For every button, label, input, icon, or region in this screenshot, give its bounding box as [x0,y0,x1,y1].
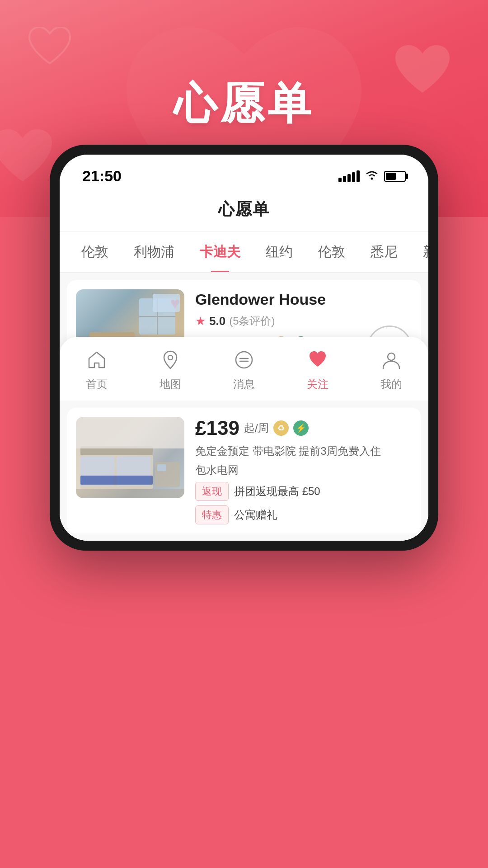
special-badge-3: 特惠 [195,505,229,524]
price-row-3: £139 起/周 ♻ ⚡ [195,417,412,439]
listing-info-3: £139 起/周 ♻ ⚡ 免定金预定 带电影院 提前3周免费入住 包水电网 返现… [195,417,412,524]
flash-icon-3: ⚡ [293,420,309,436]
nav-item-home[interactable]: 首页 [86,349,108,392]
eco-icon-3: ♻ [273,420,289,436]
svg-point-0 [371,177,373,179]
person-icon [381,349,402,373]
heart-button-1[interactable]: ♥ [170,294,180,313]
rating-score-1: 5.0 [209,314,225,328]
heart-decoration-top-right [393,45,452,101]
nav-label-favorites: 关注 [307,377,328,392]
signal-bar-1 [338,178,342,182]
nav-item-messages[interactable]: 消息 [233,349,255,392]
phone-screen: 21:50 [60,155,428,541]
app-title: 心愿单 [60,198,428,221]
battery-fill [386,173,396,180]
nav-label-profile: 我的 [380,377,402,392]
cashback-badge-3: 返现 [195,482,229,501]
nav-label-map: 地图 [160,377,181,392]
signal-bar-2 [343,176,346,182]
svg-point-26 [168,355,173,360]
listing-card-3[interactable]: £139 起/周 ♻ ⚡ 免定金预定 带电影院 提前3周免费入住 包水电网 返现… [67,408,421,533]
signal-bars-icon [338,170,360,182]
message-icon [234,349,254,373]
nav-item-profile[interactable]: 我的 [380,349,402,392]
amenities-3a: 免定金预定 带电影院 提前3周免费入住 [195,444,412,458]
signal-bar-5 [357,170,360,182]
wifi-icon [365,169,379,184]
signal-bar-4 [352,172,355,182]
price-3: £139 [195,417,239,439]
phone-frame: 21:50 [50,145,438,551]
nav-label-messages: 消息 [233,377,255,392]
tab-london2[interactable]: 伦敦 [305,232,358,272]
rating-count-1: (5条评价) [229,314,275,328]
nav-item-favorites[interactable]: 关注 [307,349,328,392]
svg-rect-38 [76,417,184,448]
tab-cardiff[interactable]: 卡迪夫 [187,232,253,272]
heart-decoration-left [0,129,54,190]
listing-name-1: Glendower House [195,289,412,309]
amenities-3b: 包水电网 [195,463,412,477]
status-time: 21:50 [82,167,122,185]
status-icons [338,169,406,184]
svg-point-27 [236,352,252,368]
status-bar: 21:50 [60,155,428,189]
nav-label-home: 首页 [86,377,108,392]
star-icon-1: ★ [195,314,206,328]
special-text-3: 公寓赠礼 [234,508,277,522]
tab-sydney[interactable]: 悉尼 [358,232,410,272]
tab-london1[interactable]: 伦敦 [69,232,121,272]
svg-rect-37 [157,464,166,471]
bottom-nav: 首页 地图 [60,337,428,401]
svg-rect-35 [80,476,153,485]
home-icon [86,349,107,373]
heart-nav-icon [307,349,328,373]
cashback-row-3: 返现 拼团返现最高 £50 [195,482,412,501]
svg-rect-39 [76,489,184,498]
signal-bar-3 [347,174,351,182]
special-row-3: 特惠 公寓赠礼 [195,505,412,524]
map-icon [160,349,181,373]
phone-mockup: 21:50 [50,145,438,551]
nav-item-map[interactable]: 地图 [160,349,181,392]
heart-decoration-top-left [27,27,72,70]
app-header: 心愿单 [60,189,428,232]
listing-image-3 [76,417,184,498]
tab-liverpool[interactable]: 利物浦 [121,232,187,272]
bottom-nav-wrapper: 首页 地图 [60,337,428,541]
price-unit-3: 起/周 [244,421,269,435]
rating-row-1: ★ 5.0 (5条评价) [195,314,412,328]
cashback-text-3: 拼团返现最高 £50 [234,484,320,499]
partial-listing-area: £139 起/周 ♻ ⚡ 免定金预定 带电影院 提前3周免费入住 包水电网 返现… [60,401,428,541]
background-bottom [0,696,488,868]
tab-singapore[interactable]: 新加坡 [410,232,428,272]
tab-newyork[interactable]: 纽约 [253,232,305,272]
battery-icon [384,171,406,182]
category-tabs[interactable]: 伦敦 利物浦 卡迪夫 纽约 伦敦 悉尼 新加坡 [60,232,428,273]
svg-point-30 [388,353,395,360]
hero-title: 心愿单 [174,75,314,134]
